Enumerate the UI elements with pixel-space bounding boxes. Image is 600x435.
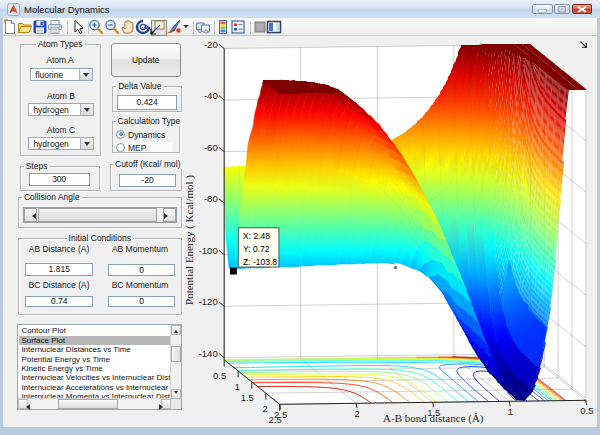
svg-text:Z: -103.8: Z: -103.8 (243, 257, 277, 267)
svg-text:-40: -40 (204, 90, 218, 101)
svg-text:-80: -80 (204, 193, 218, 204)
svg-text:-120: -120 (199, 296, 218, 307)
svg-text:2: 2 (263, 403, 268, 414)
svg-text:-140: -140 (199, 348, 218, 359)
svg-text:0.5: 0.5 (213, 370, 226, 381)
svg-text:X: 2.48: X: 2.48 (243, 231, 270, 241)
svg-text:Y: 0.72: Y: 0.72 (243, 244, 270, 254)
svg-text:1: 1 (235, 381, 240, 392)
svg-text:-20: -20 (204, 39, 218, 50)
svg-text:0.5: 0.5 (580, 405, 593, 416)
svg-text:-60: -60 (204, 142, 218, 153)
svg-text:1: 1 (508, 406, 513, 417)
svg-text:2.5: 2.5 (268, 414, 281, 425)
svg-text:2: 2 (355, 408, 360, 419)
svg-text:A-B bond distance (Å): A-B bond distance (Å) (383, 412, 484, 425)
svg-text:1.5: 1.5 (241, 392, 254, 403)
